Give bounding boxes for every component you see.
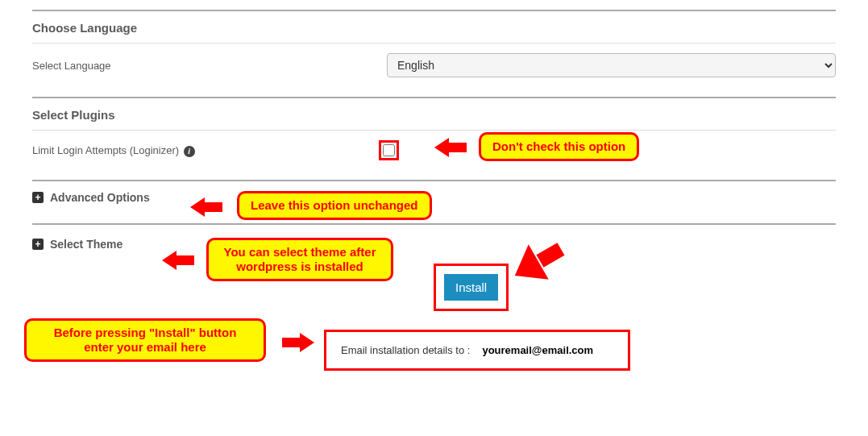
loginizer-plugin-label: Limit Login Attempts (Loginizer) i (32, 144, 379, 157)
info-icon[interactable]: i (184, 146, 195, 157)
plus-icon: + (32, 192, 44, 203)
loginizer-checkbox-highlight (379, 140, 399, 160)
annotation-before-install: Before pressing "Install" button enter y… (24, 318, 266, 362)
select-theme-label: Select Theme (50, 238, 123, 251)
arrow-icon (165, 251, 194, 272)
email-row-highlight: Email installation details to : (324, 330, 630, 371)
annotation-select-theme: You can select theme after wordpress is … (206, 238, 393, 281)
choose-language-title: Choose Language (32, 21, 836, 35)
email-details-label: Email installation details to : (341, 344, 470, 356)
select-language-label: Select Language (32, 60, 379, 72)
advanced-options-label: Advanced Options (50, 191, 150, 204)
arrow-icon (193, 197, 222, 219)
select-plugins-title: Select Plugins (32, 108, 836, 122)
install-button-highlight: Install (434, 264, 509, 311)
language-select[interactable]: English (387, 53, 836, 77)
advanced-options-toggle[interactable]: + Advanced Options (32, 191, 836, 204)
install-button[interactable]: Install (444, 274, 498, 301)
arrow-icon (282, 333, 311, 355)
arrow-icon (438, 138, 467, 160)
annotation-leave-unchanged: Leave this option unchanged (237, 191, 432, 220)
select-theme-toggle[interactable]: + Select Theme (32, 238, 836, 251)
plus-icon: + (32, 239, 44, 250)
loginizer-checkbox[interactable] (383, 144, 395, 156)
email-input[interactable] (476, 340, 613, 360)
annotation-dont-check: Don't check this option (479, 132, 639, 161)
